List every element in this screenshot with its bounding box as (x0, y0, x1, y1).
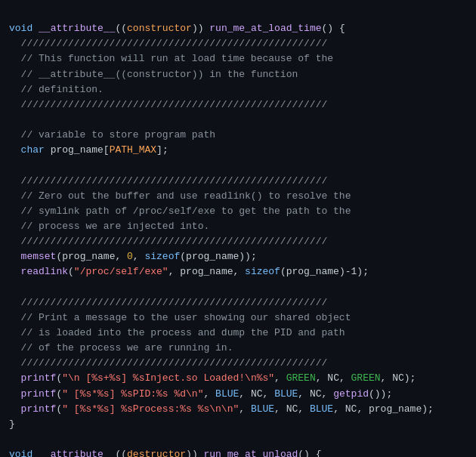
code-line: } (9, 418, 15, 430)
code-line: void __attribute__((constructor)) run_me… (9, 23, 345, 34)
code-line: ////////////////////////////////////////… (9, 175, 327, 187)
code-editor: void __attribute__((constructor)) run_me… (0, 0, 476, 457)
code-line: ////////////////////////////////////////… (9, 236, 327, 247)
code-line: ////////////////////////////////////////… (9, 38, 327, 49)
code-line: // Zero out the buffer and use readlink(… (9, 190, 351, 202)
code-line: ////////////////////////////////////////… (9, 357, 327, 369)
code-line: char prog_name[PATH_MAX]; (9, 144, 168, 156)
code-line: ////////////////////////////////////////… (9, 297, 327, 308)
code-line: // of the process we are running in. (9, 342, 233, 354)
code-line: readlink("/proc/self/exe", prog_name, si… (9, 266, 369, 277)
code-line: // is loaded into the process and dump t… (9, 327, 345, 338)
code-line: // definition. (9, 84, 104, 95)
code-line: memset(prog_name, 0, sizeof(prog_name)); (9, 251, 257, 262)
code-line: // process we are injected into. (9, 221, 209, 232)
code-line: ////////////////////////////////////////… (9, 99, 327, 110)
code-line: // This function will run at load time b… (9, 53, 333, 64)
code-line: printf(" [%s*%s] %sPID:%s %d\n", BLUE, N… (9, 388, 392, 400)
code-line: printf(" [%s*%s] %sProcess:%s %s\n\n", B… (9, 403, 434, 415)
code-line: // variable to store program path (9, 129, 215, 140)
code-line: // symlink path of /proc/self/exe to get… (9, 205, 351, 217)
code-line: // __attribute__((constructor)) in the f… (9, 69, 298, 80)
code-line: printf("\n [%s+%s] %sInject.so Loaded!\n… (9, 372, 416, 384)
code-line: // Print a message to the user showing o… (9, 312, 351, 323)
code-line: void __attribute__((destructor)) run_me_… (9, 449, 322, 457)
